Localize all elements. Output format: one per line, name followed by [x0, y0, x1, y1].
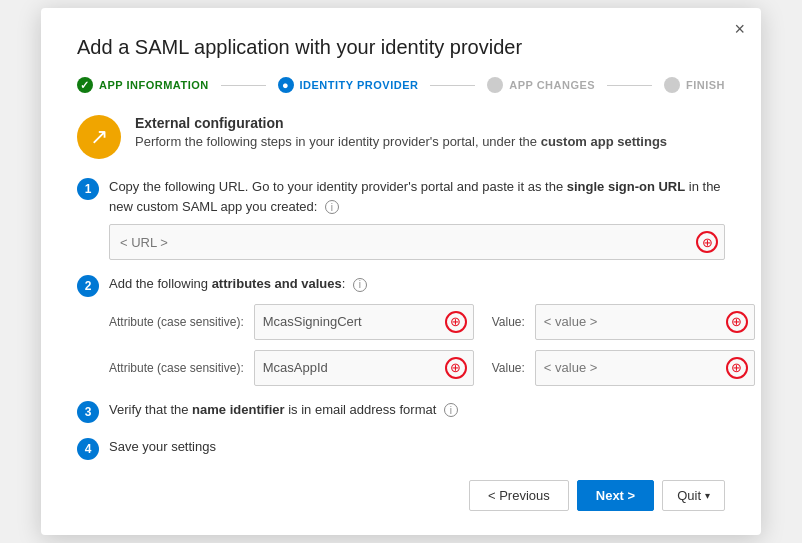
step-4-content: Save your settings: [109, 437, 725, 457]
value-2-label: Value:: [492, 361, 525, 375]
attr-row-1: Attribute (case sensitive): ⊕ Value: ⊕: [109, 304, 725, 340]
url-input[interactable]: [110, 229, 690, 256]
step-1-text: Copy the following URL. Go to your ident…: [109, 177, 725, 216]
step-1-text-prefix: Copy the following URL. Go to your ident…: [109, 179, 567, 194]
ext-config-text: External configuration Perform the follo…: [135, 115, 667, 149]
attr-1-copy-icon: ⊕: [445, 311, 467, 333]
ext-config-desc: Perform the following steps in your iden…: [135, 134, 667, 149]
quit-label: Quit: [677, 488, 701, 503]
step-3-text-suffix: is in email address format: [285, 402, 437, 417]
next-button[interactable]: Next >: [577, 480, 654, 511]
attr-1-copy-button[interactable]: ⊕: [439, 305, 473, 339]
step-finish: FINISH: [664, 77, 725, 93]
step-3-text-prefix: Verify that the: [109, 402, 192, 417]
ext-icon: ↗: [77, 115, 121, 159]
step-3-text-bold: name identifier: [192, 402, 284, 417]
step-1-text-bold: single sign-on URL: [567, 179, 685, 194]
step-1-content: Copy the following URL. Go to your ident…: [109, 177, 725, 260]
value-1-field-wrap: ⊕: [535, 304, 755, 340]
step-3-text: Verify that the name identifier is in em…: [109, 400, 725, 420]
step-3-content: Verify that the name identifier is in em…: [109, 400, 725, 420]
step-label-finish: FINISH: [686, 79, 725, 91]
step-3-item: 3 Verify that the name identifier is in …: [77, 400, 725, 423]
value-1-copy-icon: ⊕: [726, 311, 748, 333]
step-2-text-suffix: :: [342, 276, 346, 291]
ext-config-desc-prefix: Perform the following steps in your iden…: [135, 134, 541, 149]
step-app-changes: APP CHANGES: [487, 77, 595, 93]
step-icon-finish: [664, 77, 680, 93]
step-label-identity-provider: IDENTITY PROVIDER: [300, 79, 419, 91]
step-2-info-icon[interactable]: i: [353, 278, 367, 292]
step-2-text-bold: attributes and values: [212, 276, 342, 291]
value-1-input[interactable]: [536, 309, 720, 334]
step-identity-provider: ● IDENTITY PROVIDER: [278, 77, 419, 93]
step-1-num: 1: [77, 178, 99, 200]
step-1-info-icon[interactable]: i: [325, 200, 339, 214]
step-4-text: Save your settings: [109, 437, 725, 457]
step-2-item: 2 Add the following attributes and value…: [77, 274, 725, 386]
modal-title: Add a SAML application with your identit…: [77, 36, 725, 59]
step-label-app-changes: APP CHANGES: [509, 79, 595, 91]
url-copy-icon: ⊕: [696, 231, 718, 253]
close-button[interactable]: ×: [734, 20, 745, 38]
attr-2-field-wrap: ⊕: [254, 350, 474, 386]
attr-2-input[interactable]: [255, 355, 439, 380]
step-2-content: Add the following attributes and values:…: [109, 274, 725, 386]
attr-1-input[interactable]: [255, 309, 439, 334]
step-label-app-info: APP INFORMATION: [99, 79, 209, 91]
step-2-text-prefix: Add the following: [109, 276, 212, 291]
attr-1-label: Attribute (case sensitive):: [109, 315, 244, 329]
ext-config-section: ↗ External configuration Perform the fol…: [77, 115, 725, 159]
step-3-info-icon[interactable]: i: [444, 403, 458, 417]
step-icon-identity-provider: ●: [278, 77, 294, 93]
step-1-item: 1 Copy the following URL. Go to your ide…: [77, 177, 725, 260]
step-2-num: 2: [77, 275, 99, 297]
prev-button[interactable]: < Previous: [469, 480, 569, 511]
step-icon-app-changes: [487, 77, 503, 93]
step-4-num: 4: [77, 438, 99, 460]
ext-config-title: External configuration: [135, 115, 667, 131]
step-4-item: 4 Save your settings: [77, 437, 725, 460]
url-field-wrap: ⊕: [109, 224, 725, 260]
ext-config-desc-bold: custom app settings: [541, 134, 667, 149]
attr-2-copy-button[interactable]: ⊕: [439, 351, 473, 385]
attr-2-copy-icon: ⊕: [445, 357, 467, 379]
quit-chevron-icon: ▾: [705, 490, 710, 501]
modal: × Add a SAML application with your ident…: [41, 8, 761, 535]
value-2-field-wrap: ⊕: [535, 350, 755, 386]
url-copy-button[interactable]: ⊕: [690, 225, 724, 259]
step-app-info: ✓ APP INFORMATION: [77, 77, 209, 93]
value-1-copy-button[interactable]: ⊕: [720, 305, 754, 339]
stepper: ✓ APP INFORMATION ● IDENTITY PROVIDER AP…: [77, 77, 725, 93]
step-line-1: [221, 85, 266, 86]
attr-2-label: Attribute (case sensitive):: [109, 361, 244, 375]
value-1-label: Value:: [492, 315, 525, 329]
step-line-2: [430, 85, 475, 86]
footer: < Previous Next > Quit ▾: [77, 480, 725, 511]
value-2-copy-icon: ⊕: [726, 357, 748, 379]
value-2-input[interactable]: [536, 355, 720, 380]
step-3-num: 3: [77, 401, 99, 423]
quit-button[interactable]: Quit ▾: [662, 480, 725, 511]
step-icon-app-info: ✓: [77, 77, 93, 93]
value-2-copy-button[interactable]: ⊕: [720, 351, 754, 385]
step-2-text: Add the following attributes and values:…: [109, 274, 725, 294]
attr-row-2: Attribute (case sensitive): ⊕ Value: ⊕: [109, 350, 725, 386]
step-line-3: [607, 85, 652, 86]
attr-1-field-wrap: ⊕: [254, 304, 474, 340]
